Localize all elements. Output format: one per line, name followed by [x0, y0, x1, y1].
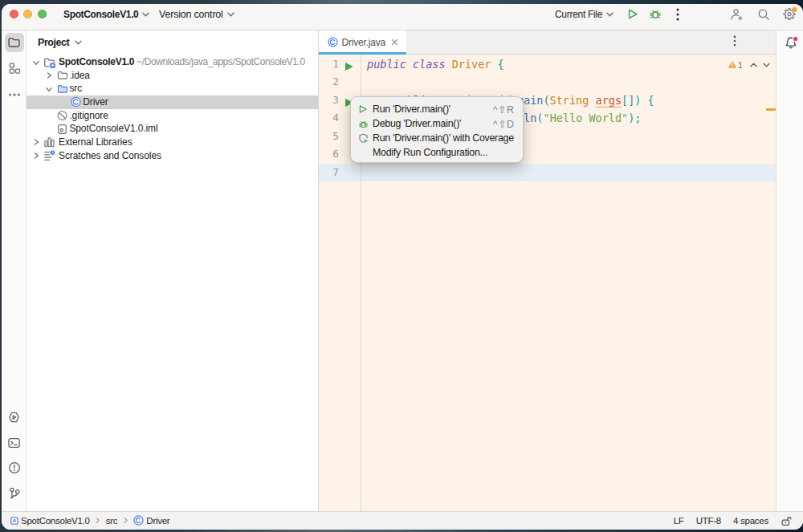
code-token-kw: public class: [367, 58, 452, 71]
menu-item-debug-driver-main[interactable]: Debug 'Driver.main()'^⇧D: [351, 116, 523, 131]
tool-window-button-problems[interactable]: [5, 458, 24, 477]
chevron-down-icon: [227, 12, 234, 17]
breadcrumb-label: src: [106, 515, 118, 526]
next-problem-icon[interactable]: [763, 63, 770, 67]
settings-button[interactable]: [780, 4, 801, 24]
status-widget-4-spaces[interactable]: 4 spaces: [733, 515, 768, 526]
warning-stripe-mark[interactable]: [766, 108, 776, 111]
project-tool-window-header[interactable]: Project: [26, 30, 318, 55]
line-number: 1: [319, 55, 339, 74]
tool-window-button-terminal[interactable]: [5, 433, 24, 453]
zoom-window-button[interactable]: [38, 10, 47, 18]
code-with-me-button[interactable]: [726, 4, 747, 24]
tree-item--gitignore[interactable]: .gitignore: [26, 109, 318, 123]
debug-icon: [649, 7, 662, 21]
more-actions-button[interactable]: [667, 4, 688, 24]
search-everywhere-button[interactable]: [753, 4, 774, 24]
menu-item-run-driver-main-with-coverage[interactable]: Run 'Driver.main()' with Coverage: [351, 131, 523, 145]
project-widget-label: SpotConsoleV1.0: [63, 9, 138, 20]
debug-button[interactable]: [645, 4, 666, 24]
breadcrumb-separator-icon: [95, 517, 100, 524]
menu-item-modify-run-configuration[interactable]: Modify Run Configuration...: [351, 145, 523, 160]
menu-item-shortcut: ^⇧R: [493, 104, 515, 116]
notifications-button[interactable]: [783, 35, 800, 51]
line-number: 3: [319, 91, 339, 110]
status-widget-lf[interactable]: LF: [674, 515, 684, 526]
run-icon: [627, 8, 638, 20]
close-icon: [391, 39, 398, 46]
line-number: 5: [319, 128, 339, 146]
chevron-down-icon[interactable]: [45, 85, 53, 93]
code-token-pn: );: [628, 112, 641, 124]
tree-item-label: .gitignore: [69, 109, 108, 123]
run-button[interactable]: [622, 4, 643, 24]
tab-title: Driver.java: [342, 37, 385, 48]
editor-tab-bar: Driver.java: [319, 30, 776, 55]
tree-item-scratches-and-consoles[interactable]: Scratches and Consoles: [26, 149, 318, 163]
tree-item-label: SpotConsoleV1.0.iml: [69, 122, 157, 136]
code-token-pn: []): [622, 94, 641, 107]
terminal-icon: [7, 437, 21, 449]
run-configuration-selector[interactable]: Current File: [555, 4, 613, 24]
tree-item-driver[interactable]: Driver: [26, 95, 318, 109]
tree-item-external-libraries[interactable]: External Libraries: [26, 136, 318, 149]
code-text: public class Driver {: [367, 55, 504, 74]
vcs-widget[interactable]: Version control: [159, 4, 234, 24]
ignored-icon: [57, 111, 67, 121]
more-horizontal-icon: [8, 88, 21, 101]
project-tool-window-title: Project: [38, 37, 69, 48]
chevron-right-icon[interactable]: [32, 138, 40, 146]
git-branch-icon: [8, 487, 21, 501]
minimize-window-button[interactable]: [23, 10, 32, 18]
project-tool-window: Project SpotConsoleV1.0 ~/Downloads/java…: [26, 30, 318, 511]
menu-item-label: Run 'Driver.main()' with Coverage: [373, 132, 514, 144]
menu-item-label: Debug 'Driver.main()': [373, 118, 461, 129]
tool-window-button-services[interactable]: [5, 408, 24, 427]
line-number: 4: [319, 109, 339, 128]
tool-window-button-version-control[interactable]: [5, 484, 24, 503]
breadcrumbs: SpotConsoleV1.0srcDriver: [10, 515, 169, 526]
editor-options-button[interactable]: [726, 32, 744, 50]
module-icon: [10, 517, 18, 525]
menu-item-label: Modify Run Configuration...: [373, 147, 487, 158]
prev-problem-icon[interactable]: [750, 63, 757, 67]
java-class-icon: [328, 37, 338, 47]
tool-window-button-structure[interactable]: [5, 59, 24, 78]
breadcrumb-separator-icon: [123, 517, 128, 524]
tree-item-label: External Libraries: [59, 136, 132, 149]
breadcrumb-src[interactable]: src: [106, 515, 118, 526]
breadcrumb-spotconsolev1-0[interactable]: SpotConsoleV1.0: [10, 515, 90, 526]
project-tree: SpotConsoleV1.0 ~/Downloads/java_apps/Sp…: [26, 55, 318, 162]
tree-item-label: SpotConsoleV1.0 ~/Downloads/java_apps/Sp…: [59, 55, 305, 69]
inspections-widget[interactable]: 1: [728, 59, 770, 71]
project-widget[interactable]: SpotConsoleV1.0: [63, 4, 149, 24]
editor-line-2: 2: [319, 73, 776, 91]
tree-item-src[interactable]: src: [26, 82, 318, 95]
status-bar-right: LFUTF-84 spaces: [674, 515, 793, 526]
chevron-down-icon[interactable]: [32, 59, 40, 67]
gear-icon: [783, 7, 797, 21]
folder-icon: [7, 35, 21, 49]
code-token-pl: [589, 94, 595, 107]
project-root-icon: [43, 56, 56, 69]
breadcrumb-label: SpotConsoleV1.0: [21, 515, 90, 526]
status-widget-utf-8[interactable]: UTF-8: [696, 515, 721, 526]
tool-window-button-more[interactable]: [5, 85, 24, 104]
file-lock-button[interactable]: [781, 515, 793, 526]
tree-item-spotconsolev1-0[interactable]: SpotConsoleV1.0 ~/Downloads/java_apps/Sp…: [26, 55, 318, 69]
breadcrumb-driver[interactable]: Driver: [133, 515, 169, 526]
bell-icon: [783, 35, 800, 51]
tree-item-spotconsolev1-0-iml[interactable]: SpotConsoleV1.0.iml: [26, 122, 318, 136]
more-vertical-icon: [676, 8, 679, 21]
tab-driver-java[interactable]: Driver.java: [319, 30, 406, 54]
tool-window-button-project[interactable]: [5, 33, 24, 52]
menu-item-run-driver-main[interactable]: Run 'Driver.main()'^⇧R: [351, 102, 523, 116]
problems-icon: [8, 461, 21, 474]
chevron-right-icon[interactable]: [45, 71, 53, 79]
chevron-right-icon[interactable]: [32, 152, 40, 160]
close-window-button[interactable]: [10, 10, 18, 18]
code-token-pn: {: [498, 58, 504, 71]
line-number: 6: [319, 145, 339, 164]
tab-close-button[interactable]: [391, 39, 398, 46]
tree-item--idea[interactable]: .idea: [26, 69, 318, 83]
